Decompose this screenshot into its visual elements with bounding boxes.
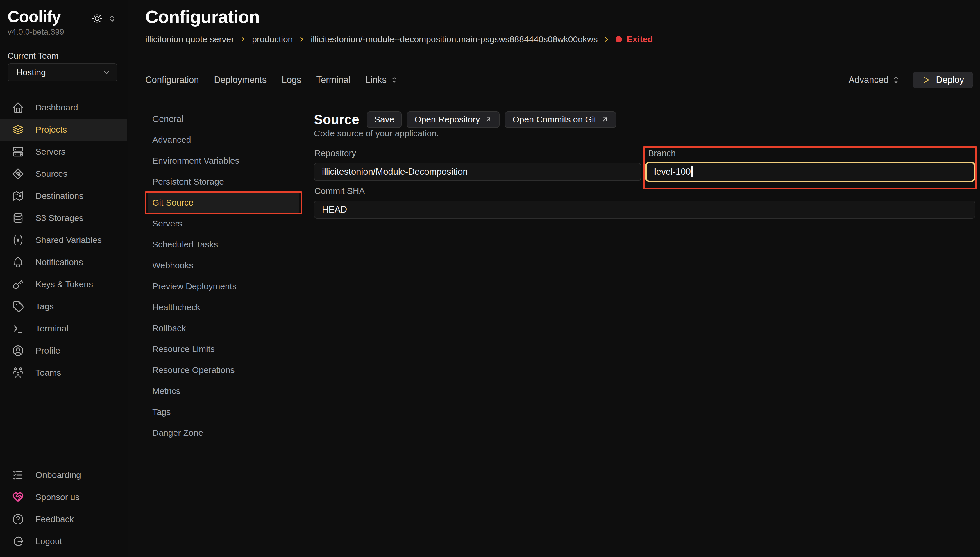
external-link-icon — [484, 116, 492, 123]
sidebar-item-sponsor-us[interactable]: Sponsor us — [0, 486, 127, 508]
team-select-value: Hosting — [16, 67, 46, 77]
terminal-icon — [11, 322, 24, 335]
tab-configuration[interactable]: Configuration — [145, 75, 199, 85]
sidebar-item-dashboard[interactable]: Dashboard — [0, 96, 127, 119]
sidebar-item-terminal[interactable]: Terminal — [0, 318, 127, 340]
sidebar-item-destinations[interactable]: Destinations — [0, 185, 127, 207]
repository-label: Repository — [314, 148, 356, 158]
subnav-item-danger-zone[interactable]: Danger Zone — [148, 422, 299, 443]
page-title: Configuration — [145, 7, 260, 27]
subnav-item-servers[interactable]: Servers — [148, 213, 299, 234]
configuration-subnav: General Advanced Environment Variables P… — [148, 108, 299, 443]
subnav-item-rollback[interactable]: Rollback — [148, 318, 299, 339]
sidebar: Coolify v4.0.0-beta.399 Current Team Hos… — [0, 0, 128, 557]
chevron-down-icon — [102, 68, 111, 77]
commit-sha-label: Commit SHA — [314, 186, 365, 196]
advanced-dropdown[interactable]: Advanced — [848, 75, 900, 85]
breadcrumb-item-illicitestonion-module-decomposition-main-psgsws8884440s08wk00okws[interactable]: illicitestonion/-module--decomposition:m… — [311, 34, 598, 44]
sidebar-item-notifications[interactable]: Notifications — [0, 251, 127, 273]
sidebar-item-sources[interactable]: Sources — [0, 163, 127, 185]
chevron-right-icon — [298, 36, 306, 43]
status-label: Exited — [627, 34, 653, 44]
branch-value: level-100 — [654, 166, 691, 177]
sidebar-item-feedback[interactable]: Feedback — [0, 508, 127, 530]
subnav-item-webhooks[interactable]: Webhooks — [148, 255, 299, 276]
open-commits-button[interactable]: Open Commits on Git — [505, 111, 616, 128]
tag-icon — [11, 300, 24, 313]
current-team-label: Current Team — [8, 51, 59, 61]
advanced-label: Advanced — [848, 75, 889, 85]
variables-icon — [11, 234, 24, 246]
subnav-item-resource-operations[interactable]: Resource Operations — [148, 360, 299, 381]
source-header-row: Source Save Open Repository Open Commits… — [314, 111, 616, 128]
help-circle-icon — [11, 513, 24, 526]
subnav-item-persistent-storage[interactable]: Persistent Storage — [148, 171, 299, 192]
sidebar-item-onboarding[interactable]: Onboarding — [0, 464, 127, 486]
top-actions: Advanced Deploy — [848, 72, 973, 88]
sidebar-item-teams[interactable]: Teams — [0, 362, 127, 384]
server-icon — [11, 145, 24, 158]
sidebar-item-keys-tokens[interactable]: Keys & Tokens — [0, 273, 127, 295]
theme-selector-icon[interactable] — [107, 14, 117, 23]
sidebar-item-shared-variables[interactable]: Shared Variables — [0, 229, 127, 251]
sidebar-item-tags[interactable]: Tags — [0, 295, 127, 318]
sidebar-item-s3-storages[interactable]: S3 Storages — [0, 207, 127, 229]
subnav-item-healthcheck[interactable]: Healthcheck — [148, 297, 299, 318]
sidebar-nav: Dashboard Projects Servers Sources — [0, 96, 127, 384]
heart-handshake-icon — [11, 491, 24, 503]
map-icon — [11, 189, 24, 202]
source-section-title: Source — [314, 112, 359, 127]
app-logo[interactable]: Coolify — [8, 7, 61, 26]
commit-sha-input[interactable] — [314, 200, 975, 218]
deploy-label: Deploy — [936, 75, 964, 85]
chevron-right-icon — [603, 36, 610, 43]
sidebar-item-profile[interactable]: Profile — [0, 340, 127, 362]
tab-links[interactable]: Links — [366, 75, 398, 85]
git-icon — [11, 168, 24, 180]
subnav-item-general[interactable]: General — [148, 108, 299, 129]
tab-terminal[interactable]: Terminal — [317, 75, 351, 85]
stack-icon — [11, 123, 24, 136]
open-repository-button[interactable]: Open Repository — [407, 111, 500, 128]
users-icon — [11, 366, 24, 379]
sidebar-item-servers[interactable]: Servers — [0, 141, 127, 163]
status-badge: Exited — [616, 34, 653, 44]
source-description: Code source of your application. — [314, 129, 439, 138]
breadcrumb: Exited illicitonion quote server product… — [145, 33, 653, 46]
repository-input[interactable] — [314, 163, 641, 181]
subnav-item-scheduled-tasks[interactable]: Scheduled Tasks — [148, 234, 299, 255]
home-icon — [11, 101, 24, 114]
subnav-item-environment-variables[interactable]: Environment Variables — [148, 150, 299, 171]
checklist-icon — [11, 469, 24, 481]
theme-controls — [91, 13, 117, 24]
subnav-item-tags[interactable]: Tags — [148, 401, 299, 422]
status-dot-icon — [616, 36, 622, 42]
key-icon — [11, 278, 24, 291]
selector-icon — [892, 76, 900, 84]
sidebar-item-logout[interactable]: Logout — [0, 530, 127, 552]
team-select[interactable]: Hosting — [8, 64, 117, 81]
text-caret — [691, 166, 692, 178]
tab-bar: Configuration Deployments Logs Terminal — [145, 72, 398, 88]
theme-sun-icon[interactable] — [91, 13, 103, 24]
breadcrumb-item-production[interactable]: production — [252, 34, 293, 44]
deploy-button[interactable]: Deploy — [913, 72, 973, 88]
tab-deployments[interactable]: Deployments — [214, 75, 267, 85]
subnav-item-git-source[interactable]: Git Source — [148, 192, 299, 213]
save-button[interactable]: Save — [367, 111, 401, 128]
branch-label: Branch — [648, 148, 676, 158]
chevron-right-icon — [239, 36, 247, 43]
tab-logs[interactable]: Logs — [282, 75, 301, 85]
sidebar-item-projects[interactable]: Projects — [0, 119, 127, 141]
user-circle-icon — [11, 344, 24, 357]
branch-input[interactable]: level-100 — [645, 162, 975, 182]
subnav-item-preview-deployments[interactable]: Preview Deployments — [148, 276, 299, 297]
tabs-divider — [145, 96, 975, 96]
subnav-item-advanced[interactable]: Advanced — [148, 129, 299, 150]
subnav-item-metrics[interactable]: Metrics — [148, 381, 299, 401]
selector-icon — [390, 76, 398, 84]
breadcrumb-item-illicitonion-quote-server[interactable]: illicitonion quote server — [145, 34, 234, 44]
play-icon — [921, 76, 930, 84]
external-link-icon — [601, 116, 609, 123]
subnav-item-resource-limits[interactable]: Resource Limits — [148, 339, 299, 360]
